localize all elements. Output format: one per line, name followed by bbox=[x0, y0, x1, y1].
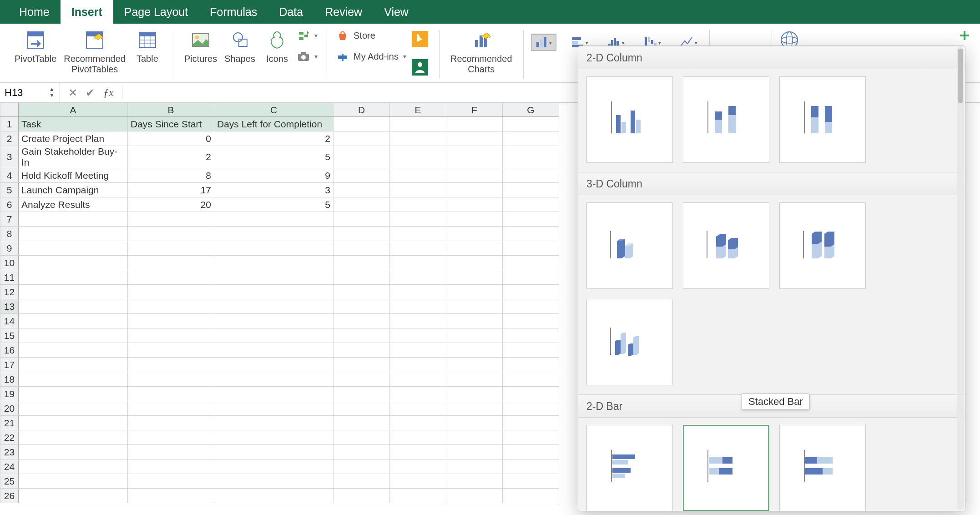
col-header-B[interactable]: B bbox=[128, 103, 214, 117]
cell[interactable] bbox=[390, 241, 446, 256]
cell[interactable] bbox=[446, 401, 503, 416]
cell[interactable] bbox=[333, 343, 390, 358]
cell[interactable] bbox=[503, 227, 559, 241]
cell[interactable] bbox=[503, 241, 559, 256]
col-header-A[interactable]: A bbox=[19, 103, 128, 117]
cell[interactable] bbox=[503, 416, 559, 430]
cell[interactable] bbox=[446, 416, 503, 430]
row-header-18[interactable]: 18 bbox=[0, 372, 19, 387]
cell[interactable] bbox=[128, 474, 214, 489]
cell[interactable] bbox=[390, 358, 446, 372]
cell[interactable] bbox=[390, 445, 446, 459]
cell[interactable] bbox=[503, 474, 559, 489]
cell[interactable] bbox=[214, 328, 333, 343]
cell[interactable] bbox=[19, 387, 128, 401]
cell[interactable] bbox=[446, 256, 503, 270]
bing-maps-button[interactable] bbox=[410, 29, 430, 49]
row-header-22[interactable]: 22 bbox=[0, 430, 19, 445]
cell[interactable] bbox=[390, 459, 446, 474]
cell[interactable] bbox=[390, 227, 446, 241]
cell[interactable] bbox=[333, 372, 390, 387]
cell[interactable] bbox=[446, 212, 503, 227]
cell[interactable] bbox=[446, 227, 503, 241]
cell[interactable] bbox=[503, 285, 559, 299]
row-header-7[interactable]: 7 bbox=[0, 212, 19, 227]
chart-option-3d-100-stacked-column[interactable] bbox=[779, 202, 866, 289]
row-header-14[interactable]: 14 bbox=[0, 314, 19, 328]
row-header-5[interactable]: 5 bbox=[0, 183, 19, 197]
cell[interactable] bbox=[390, 343, 446, 358]
col-header-C[interactable]: C bbox=[214, 103, 333, 117]
name-box[interactable]: ▲ ▼ bbox=[0, 83, 60, 102]
cell[interactable] bbox=[446, 387, 503, 401]
cell[interactable] bbox=[333, 285, 390, 299]
cell[interactable]: Analyze Results bbox=[19, 197, 128, 212]
cell[interactable] bbox=[214, 474, 333, 489]
cell[interactable] bbox=[503, 117, 559, 131]
cell[interactable] bbox=[19, 401, 128, 416]
cell[interactable] bbox=[503, 131, 559, 146]
smartart-button[interactable]: ▾ bbox=[297, 29, 318, 42]
row-header-21[interactable]: 21 bbox=[0, 416, 19, 430]
cell[interactable] bbox=[333, 146, 390, 168]
cell[interactable]: Days Since Start bbox=[128, 117, 214, 131]
cell[interactable] bbox=[390, 197, 446, 212]
cell[interactable] bbox=[128, 416, 214, 430]
cell[interactable] bbox=[128, 212, 214, 227]
cell[interactable] bbox=[390, 416, 446, 430]
cell[interactable] bbox=[503, 372, 559, 387]
pivottable-button[interactable]: PivotTable bbox=[11, 26, 60, 66]
cell[interactable] bbox=[390, 146, 446, 168]
cell[interactable] bbox=[128, 401, 214, 416]
cell[interactable] bbox=[390, 131, 446, 146]
accept-formula-button[interactable]: ✔ bbox=[86, 86, 95, 99]
cell[interactable] bbox=[214, 459, 333, 474]
cell[interactable] bbox=[128, 372, 214, 387]
cell[interactable] bbox=[19, 474, 128, 489]
cell[interactable] bbox=[333, 387, 390, 401]
col-header-G[interactable]: G bbox=[503, 103, 559, 117]
cell[interactable]: 2 bbox=[214, 131, 333, 146]
cell[interactable] bbox=[446, 445, 503, 459]
name-box-input[interactable] bbox=[5, 87, 40, 99]
cell[interactable] bbox=[333, 212, 390, 227]
cell[interactable] bbox=[390, 328, 446, 343]
cell[interactable] bbox=[128, 459, 214, 474]
cell[interactable] bbox=[214, 416, 333, 430]
cell[interactable]: 9 bbox=[214, 168, 333, 183]
cell[interactable] bbox=[128, 328, 214, 343]
cell[interactable] bbox=[446, 328, 503, 343]
row-header-23[interactable]: 23 bbox=[0, 445, 19, 459]
store-button[interactable]: Store bbox=[336, 29, 406, 42]
cell[interactable] bbox=[333, 401, 390, 416]
cell[interactable] bbox=[390, 212, 446, 227]
cell[interactable] bbox=[390, 117, 446, 131]
row-header-16[interactable]: 16 bbox=[0, 343, 19, 358]
cancel-formula-button[interactable]: ✕ bbox=[68, 86, 77, 99]
cell[interactable] bbox=[333, 256, 390, 270]
cell[interactable] bbox=[128, 314, 214, 328]
cell[interactable] bbox=[333, 299, 390, 314]
cell[interactable] bbox=[390, 183, 446, 197]
cell[interactable] bbox=[19, 270, 128, 285]
cell[interactable] bbox=[333, 474, 390, 489]
cell[interactable] bbox=[446, 358, 503, 372]
cell[interactable] bbox=[214, 430, 333, 445]
chart-panel-scrollbar[interactable] bbox=[957, 47, 964, 510]
cell[interactable] bbox=[19, 328, 128, 343]
cell[interactable] bbox=[128, 358, 214, 372]
cell[interactable] bbox=[19, 459, 128, 474]
cell[interactable] bbox=[503, 445, 559, 459]
cell[interactable] bbox=[128, 285, 214, 299]
cell[interactable] bbox=[503, 146, 559, 168]
cell[interactable]: 2 bbox=[128, 146, 214, 168]
row-header-11[interactable]: 11 bbox=[0, 270, 19, 285]
chart-option-stacked-bar[interactable] bbox=[683, 425, 769, 511]
ribbon-add-button[interactable] bbox=[955, 26, 974, 45]
cell[interactable] bbox=[446, 168, 503, 183]
cell[interactable] bbox=[19, 430, 128, 445]
col-header-E[interactable]: E bbox=[390, 103, 446, 117]
cell[interactable] bbox=[19, 299, 128, 314]
people-graph-button[interactable] bbox=[410, 57, 430, 77]
cell[interactable] bbox=[19, 227, 128, 241]
